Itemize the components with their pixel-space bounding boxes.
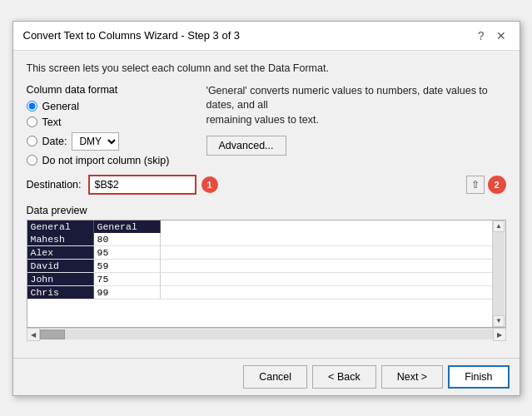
dialog-footer: Cancel < Back Next > Finish xyxy=(13,358,520,395)
col-header-1: General xyxy=(27,220,94,233)
scrollbar-horizontal[interactable]: ◀ ▶ xyxy=(27,328,506,341)
data-row-2: Alex 95 xyxy=(27,246,492,260)
data-preview-section: Data preview General General Mahesh 80 A… xyxy=(27,205,506,341)
right-panel: 'General' converts numeric values to num… xyxy=(206,84,506,166)
destination-row: Destination: 1 ⇧ 2 xyxy=(27,175,506,195)
cell-5-1: Chris xyxy=(27,286,94,299)
scrollbar-track-v xyxy=(493,232,505,315)
dialog-title: Convert Text to Columns Wizard - Step 3 … xyxy=(23,29,241,42)
destination-label: Destination: xyxy=(27,179,82,191)
title-bar-buttons: ? ✕ xyxy=(475,28,510,43)
close-button[interactable]: ✕ xyxy=(493,28,510,43)
scrollbar-thumb-h xyxy=(40,329,65,339)
preview-label: Data preview xyxy=(27,205,506,216)
preview-header-row: General General xyxy=(27,220,492,233)
title-bar: Convert Text to Columns Wizard - Step 3 … xyxy=(13,22,520,51)
cell-1-2: 80 xyxy=(94,233,161,245)
radio-date-input[interactable] xyxy=(27,136,37,146)
cell-3-1: David xyxy=(27,260,94,272)
back-button[interactable]: < Back xyxy=(312,365,376,389)
cancel-button[interactable]: Cancel xyxy=(243,365,307,389)
col-header-2: General xyxy=(94,220,161,233)
general-note: 'General' converts numeric values to num… xyxy=(206,84,506,128)
radio-text[interactable]: Text xyxy=(27,116,193,128)
date-dropdown[interactable]: DMY MDY YMD xyxy=(72,132,119,151)
collapse-button[interactable]: ⇧ xyxy=(466,176,485,194)
radio-skip[interactable]: Do not import column (skip) xyxy=(27,155,193,166)
preview-inner: General General Mahesh 80 Alex 95 David xyxy=(27,220,492,327)
radio-text-input[interactable] xyxy=(27,116,37,127)
radio-skip-label: Do not import column (skip) xyxy=(42,155,170,166)
cell-3-2: 59 xyxy=(94,260,161,272)
data-row-5: Chris 99 xyxy=(27,286,492,300)
cell-1-1: Mahesh xyxy=(27,233,94,245)
scroll-down-arrow[interactable]: ▼ xyxy=(493,315,505,327)
left-panel: Column data format General Text Date: xyxy=(27,84,193,166)
advanced-button[interactable]: Advanced... xyxy=(206,136,286,156)
data-row-1: Mahesh 80 xyxy=(27,233,492,246)
help-button[interactable]: ? xyxy=(475,28,488,43)
scrollbar-track-h xyxy=(40,329,493,339)
cell-4-1: John xyxy=(27,273,94,285)
scroll-right-arrow[interactable]: ▶ xyxy=(493,328,506,341)
radio-date[interactable]: Date: DMY MDY YMD xyxy=(27,132,193,151)
badge-1: 1 xyxy=(201,176,218,193)
radio-general-input[interactable] xyxy=(27,101,37,111)
destination-input[interactable] xyxy=(88,175,196,195)
data-row-4: John 75 xyxy=(27,273,492,286)
cell-2-1: Alex xyxy=(27,246,94,259)
radio-text-label: Text xyxy=(42,116,62,128)
description-text: This screen lets you select each column … xyxy=(27,62,506,74)
radio-general-label: General xyxy=(42,101,79,112)
dialog-body: This screen lets you select each column … xyxy=(13,51,520,358)
scrollbar-vertical[interactable]: ▲ ▼ xyxy=(492,220,505,327)
scroll-left-arrow[interactable]: ◀ xyxy=(27,328,40,341)
badge-2: 2 xyxy=(488,176,506,194)
dialog: Convert Text to Columns Wizard - Step 3 … xyxy=(12,21,520,396)
main-content: Column data format General Text Date: xyxy=(27,84,506,166)
column-format-label: Column data format xyxy=(27,84,193,96)
radio-general[interactable]: General xyxy=(27,101,193,112)
cell-5-2: 99 xyxy=(94,286,161,299)
cell-4-2: 75 xyxy=(94,273,161,285)
cell-2-2: 95 xyxy=(94,246,161,259)
scroll-up-arrow[interactable]: ▲ xyxy=(493,220,505,232)
next-button[interactable]: Next > xyxy=(381,365,443,389)
radio-date-label: Date: xyxy=(42,136,67,147)
finish-button[interactable]: Finish xyxy=(448,365,509,389)
data-row-3: David 59 xyxy=(27,260,492,273)
radio-group: General Text Date: DMY MDY YMD xyxy=(27,101,193,166)
preview-table: General General Mahesh 80 Alex 95 David xyxy=(27,220,506,328)
radio-skip-input[interactable] xyxy=(27,155,37,166)
